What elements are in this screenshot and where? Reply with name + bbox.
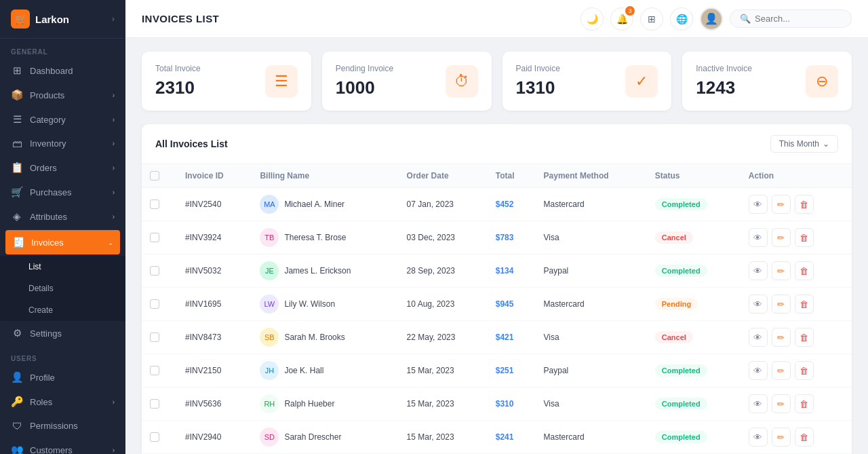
row-order-date: 15 Mar, 2023: [399, 354, 488, 387]
row-checkbox[interactable]: [142, 221, 177, 254]
row-billing-name: LW Lily W. Wilson: [252, 288, 398, 321]
view-button[interactable]: 👁: [749, 195, 768, 214]
section-users-label: USERS: [0, 345, 125, 365]
invoices-icon: 🧾: [12, 236, 24, 248]
globe-button[interactable]: 🌐: [670, 7, 693, 31]
row-status: Cancel: [647, 321, 741, 354]
delete-button[interactable]: 🗑: [795, 228, 814, 247]
sidebar-item-attributes[interactable]: ◈ Attributes ›: [0, 204, 125, 229]
sidebar-item-permissions[interactable]: 🛡 Permissions: [0, 414, 125, 438]
sidebar-sub-create-label: Create: [28, 305, 53, 315]
stat-label-pending: Pending Invoice: [336, 64, 393, 73]
row-avatar: JH: [260, 361, 279, 380]
delete-button[interactable]: 🗑: [795, 328, 814, 347]
search-input[interactable]: [755, 14, 836, 24]
apps-button[interactable]: ⊞: [640, 7, 663, 31]
logo-icon: 🛒: [11, 10, 30, 29]
sidebar: 🛒 Larkon › GENERAL ⊞ Dashboard 📦 Product…: [0, 0, 125, 454]
row-checkbox[interactable]: [142, 254, 177, 288]
sidebar-item-purchases[interactable]: 🛒 Purchases ›: [0, 180, 125, 204]
sidebar-collapse-icon[interactable]: ›: [112, 14, 115, 24]
avatar-image: 👤: [705, 12, 718, 25]
edit-button[interactable]: ✏: [772, 195, 791, 214]
delete-button[interactable]: 🗑: [795, 195, 814, 214]
row-checkbox[interactable]: [142, 387, 177, 421]
row-total: $783: [488, 221, 536, 254]
edit-button[interactable]: ✏: [772, 261, 791, 280]
view-button[interactable]: 👁: [749, 394, 768, 413]
delete-button[interactable]: 🗑: [795, 295, 814, 314]
sidebar-item-category[interactable]: ☰ Category ›: [0, 107, 125, 132]
sidebar-item-invoices[interactable]: 🧾 Invoices ⌄: [5, 230, 120, 254]
avatar-button[interactable]: 👤: [700, 7, 723, 31]
edit-button[interactable]: ✏: [772, 295, 791, 314]
row-checkbox[interactable]: [142, 321, 177, 354]
sidebar-label-invoices: Invoices: [31, 238, 64, 248]
delete-button[interactable]: 🗑: [795, 261, 814, 280]
row-checkbox[interactable]: [142, 354, 177, 387]
sidebar-item-customers[interactable]: 👥 Customers ›: [0, 438, 125, 454]
table-row: #INV2150 JH Joe K. Hall 15 Mar, 2023 $25…: [142, 354, 852, 387]
sidebar-item-roles[interactable]: 🔑 Roles ›: [0, 390, 125, 414]
sidebar-sub-list[interactable]: List: [0, 256, 125, 278]
view-button[interactable]: 👁: [749, 328, 768, 347]
row-order-date: 15 Mar, 2023: [399, 421, 488, 454]
chevron-filter-icon: ⌄: [823, 139, 829, 149]
row-checkbox[interactable]: [142, 288, 177, 321]
row-total: $241: [488, 421, 536, 454]
sidebar-item-inventory[interactable]: 🗃 Inventory ›: [0, 132, 125, 155]
theme-toggle-button[interactable]: 🌙: [580, 7, 604, 31]
edit-button[interactable]: ✏: [772, 394, 791, 413]
view-button[interactable]: 👁: [749, 295, 768, 314]
row-avatar: SD: [260, 428, 279, 447]
edit-button[interactable]: ✏: [772, 428, 791, 447]
row-order-date: 03 Dec, 2023: [399, 221, 488, 254]
filter-button[interactable]: This Month ⌄: [770, 135, 838, 153]
sidebar-item-settings[interactable]: ⚙ Settings: [0, 321, 125, 345]
row-status: Completed: [647, 387, 741, 421]
stat-value-paid: 1310: [516, 77, 560, 98]
sidebar-sub-create[interactable]: Create: [0, 299, 125, 321]
delete-button[interactable]: 🗑: [795, 394, 814, 413]
topbar-icons: 🌙 🔔 3 ⊞ 🌐 👤 🔍: [580, 7, 852, 31]
row-checkbox[interactable]: [142, 421, 177, 454]
delete-button[interactable]: 🗑: [795, 361, 814, 380]
row-invoice-id: #INV5032: [177, 254, 252, 288]
row-invoice-id: #INV1695: [177, 288, 252, 321]
row-action: 👁 ✏ 🗑: [741, 188, 852, 221]
sidebar-sub-details[interactable]: Details: [0, 278, 125, 299]
sidebar-item-orders[interactable]: 📋 Orders ›: [0, 155, 125, 180]
row-invoice-id: #INV3924: [177, 221, 252, 254]
row-name: Ralph Hueber: [284, 399, 334, 409]
row-invoice-id: #INV2940: [177, 421, 252, 454]
view-button[interactable]: 👁: [749, 228, 768, 247]
col-payment-method: Payment Method: [536, 164, 647, 188]
orders-icon: 📋: [11, 162, 23, 174]
col-order-date: Order Date: [399, 164, 488, 188]
sidebar-label-roles: Roles: [30, 397, 52, 407]
sidebar-item-products[interactable]: 📦 Products ›: [0, 83, 125, 107]
row-name: Theresa T. Brose: [284, 233, 346, 242]
row-billing-name: JE James L. Erickson: [252, 254, 398, 288]
delete-button[interactable]: 🗑: [795, 428, 814, 447]
row-status: Completed: [647, 421, 741, 454]
view-button[interactable]: 👁: [749, 428, 768, 447]
invoices-table-card: All Invoices List This Month ⌄ Invoice I…: [142, 124, 852, 454]
table-title: All Invoices List: [155, 138, 228, 149]
row-avatar: LW: [260, 295, 279, 314]
edit-button[interactable]: ✏: [772, 361, 791, 380]
stat-icon-paid: ✓: [625, 65, 658, 98]
sidebar-item-profile[interactable]: 👤 Profile: [0, 365, 125, 390]
view-button[interactable]: 👁: [749, 361, 768, 380]
edit-button[interactable]: ✏: [772, 228, 791, 247]
sidebar-item-dashboard[interactable]: ⊞ Dashboard: [0, 58, 125, 83]
logo[interactable]: 🛒 Larkon ›: [0, 0, 125, 39]
edit-button[interactable]: ✏: [772, 328, 791, 347]
row-checkbox[interactable]: [142, 188, 177, 221]
row-billing-name: SB Sarah M. Brooks: [252, 321, 398, 354]
invoices-table: Invoice ID Billing Name Order Date Total…: [142, 164, 852, 454]
table-row: #INV2940 SD Sarah Drescher 15 Mar, 2023 …: [142, 421, 852, 454]
view-button[interactable]: 👁: [749, 261, 768, 280]
notifications-button[interactable]: 🔔 3: [610, 7, 633, 31]
stat-value-pending: 1000: [336, 77, 393, 98]
